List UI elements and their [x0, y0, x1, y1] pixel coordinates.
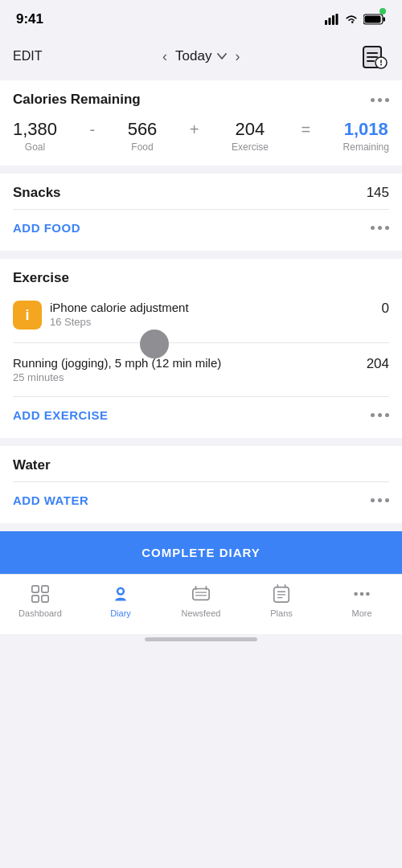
dot1 — [371, 413, 375, 417]
battery-icon — [363, 14, 386, 25]
water-divider — [13, 481, 389, 482]
iphone-icon-letter: i — [25, 307, 29, 324]
iphone-exercise-name: iPhone calorie adjustment — [50, 301, 382, 314]
svg-point-32 — [354, 592, 358, 596]
prev-date-button[interactable]: ‹ — [162, 48, 167, 65]
snacks-title: Snacks — [13, 185, 61, 201]
calories-section: Calories Remaining 1,380 Goal - 566 Food… — [0, 80, 402, 166]
drag-handle[interactable] — [140, 330, 169, 358]
svg-rect-17 — [32, 596, 39, 602]
add-exercise-row: ADD EXERCISE — [13, 403, 389, 427]
svg-point-33 — [360, 592, 364, 596]
svg-rect-5 — [384, 18, 386, 22]
calories-more-button[interactable] — [371, 98, 389, 102]
snacks-divider — [13, 209, 389, 210]
edit-button[interactable]: EDIT — [13, 49, 42, 63]
signal-icon — [325, 14, 339, 25]
exercise-divider1 — [13, 342, 389, 343]
exercise-item-iphone: i iPhone calorie adjustment 16 Steps 0 — [13, 294, 389, 336]
home-indicator — [145, 637, 257, 641]
iphone-exercise-calories: 0 — [382, 301, 389, 317]
exercise-divider2 — [13, 396, 389, 397]
svg-rect-3 — [336, 14, 338, 25]
diary-label: Diary — [110, 608, 131, 618]
food-label: Food — [131, 141, 153, 153]
remaining-item: 1,018 Remaining — [343, 119, 389, 153]
plus-operator: + — [190, 121, 199, 152]
dot1 — [371, 226, 375, 230]
nav-item-plans[interactable]: Plans — [241, 583, 322, 618]
diary-settings-icon — [362, 43, 388, 69]
goal-value: 1,380 — [13, 119, 57, 140]
dot2 — [378, 98, 382, 102]
calories-title: Calories Remaining — [13, 92, 141, 108]
exercise-item-running: Running (jogging), 5 mph (12 min mile) 2… — [13, 350, 389, 390]
svg-point-20 — [118, 589, 122, 593]
svg-rect-1 — [329, 18, 331, 25]
food-item: 566 Food — [128, 119, 158, 153]
exercise-header: Exercise — [13, 270, 389, 286]
running-info: Running (jogging), 5 mph (12 min mile) 2… — [13, 356, 367, 383]
nav-item-more[interactable]: More — [322, 583, 402, 618]
diary-icon — [109, 583, 132, 605]
nav-item-diary[interactable]: Diary — [80, 583, 161, 618]
date-picker[interactable]: Today — [175, 48, 227, 64]
dot3 — [385, 226, 389, 230]
dot3 — [385, 498, 389, 502]
snacks-value: 145 — [367, 185, 389, 201]
add-exercise-button[interactable]: ADD EXERCISE — [13, 408, 109, 422]
top-nav: EDIT ‹ Today › — [0, 35, 402, 80]
exercise-title: Exercise — [13, 270, 69, 286]
water-more-button[interactable] — [371, 498, 389, 502]
bottom-nav: Dashboard Diary Newsfeed — [0, 574, 402, 634]
exercise-cal-value: 204 — [236, 119, 265, 140]
dot3 — [385, 413, 389, 417]
goal-label: Goal — [25, 141, 45, 153]
nav-item-dashboard[interactable]: Dashboard — [0, 583, 80, 618]
complete-diary-button[interactable]: COMPLETE DIARY — [0, 531, 402, 574]
iphone-exercise-detail: 16 Steps — [50, 316, 382, 328]
diary-settings-button[interactable] — [360, 42, 389, 71]
calories-header: Calories Remaining — [13, 92, 389, 108]
running-name: Running (jogging), 5 mph (12 min mile) — [13, 356, 367, 370]
equals-operator: = — [301, 121, 310, 152]
status-icons — [325, 14, 386, 25]
iphone-exercise-info: iPhone calorie adjustment 16 Steps — [50, 301, 382, 328]
snacks-section: Snacks 145 ADD FOOD — [0, 174, 402, 251]
snacks-header: Snacks 145 — [13, 185, 389, 201]
add-food-row: ADD FOOD — [13, 216, 389, 240]
date-nav: ‹ Today › — [162, 48, 240, 65]
plans-label: Plans — [270, 608, 293, 618]
goal-item: 1,380 Goal — [13, 119, 57, 153]
snacks-more-button[interactable] — [371, 226, 389, 230]
water-header: Water — [13, 457, 389, 473]
dot3 — [385, 98, 389, 102]
dot1 — [371, 98, 375, 102]
add-water-row: ADD WATER — [13, 489, 389, 512]
svg-point-14 — [380, 64, 382, 66]
status-time: 9:41 — [16, 11, 43, 27]
water-title: Water — [13, 457, 51, 473]
plans-icon — [270, 583, 293, 605]
add-food-button[interactable]: ADD FOOD — [13, 221, 80, 235]
nav-item-newsfeed[interactable]: Newsfeed — [161, 583, 241, 618]
next-date-button[interactable]: › — [235, 48, 240, 65]
exercise-cal-item: 204 Exercise — [232, 119, 269, 153]
add-water-button[interactable]: ADD WATER — [13, 493, 88, 507]
dashboard-label: Dashboard — [18, 608, 62, 618]
more-label: More — [351, 608, 371, 618]
food-value: 566 — [128, 119, 158, 140]
remaining-value: 1,018 — [344, 119, 388, 140]
minus-operator: - — [90, 121, 96, 152]
exercise-section: Exercise i iPhone calorie adjustment 16 … — [0, 259, 402, 438]
svg-rect-0 — [325, 20, 327, 25]
dot2 — [378, 413, 382, 417]
svg-rect-6 — [365, 16, 381, 23]
calories-row: 1,380 Goal - 566 Food + 204 Exercise = 1… — [13, 119, 389, 153]
water-section: Water ADD WATER — [0, 446, 402, 523]
dot1 — [371, 498, 375, 502]
svg-rect-21 — [193, 589, 209, 600]
exercise-more-button[interactable] — [371, 413, 389, 417]
more-icon — [351, 583, 373, 605]
wifi-icon — [344, 14, 359, 25]
